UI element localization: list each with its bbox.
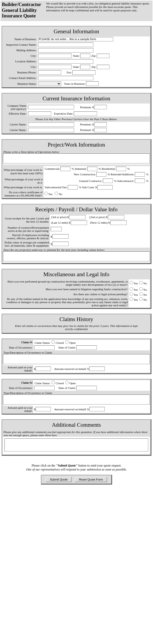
claim1-date-claim-input[interactable] [76, 345, 97, 350]
company-name-input[interactable] [28, 105, 74, 109]
operations-desc-textarea[interactable] [3, 153, 150, 163]
cert-no-radio[interactable] [55, 192, 58, 195]
q1-yes-radio[interactable] [130, 281, 133, 284]
q3-yes-radio[interactable] [130, 292, 133, 296]
label-city: City: [3, 53, 37, 59]
location-state-input[interactable] [80, 65, 90, 69]
q4-no-radio[interactable] [139, 297, 143, 301]
section-subtitle: Enter all claims or occurrences that may… [3, 324, 150, 332]
section-title: Additional Comments [3, 421, 150, 430]
gross-n12-input[interactable] [110, 220, 127, 225]
location-zip-input[interactable] [97, 65, 109, 69]
gross-l12-input[interactable] [71, 220, 87, 225]
label-claim2-type: Type/Description of Occurrence or Claim: [3, 391, 150, 394]
claim1-reserved-input[interactable] [89, 366, 105, 371]
industrial-pct-input[interactable] [87, 167, 97, 171]
claim1-closed-radio[interactable] [51, 340, 55, 344]
premium-input[interactable] [94, 105, 107, 109]
reset-button[interactable]: Reset Quote Form [75, 477, 107, 482]
cert-yes-radio[interactable] [44, 192, 48, 195]
label-location: Location Address: [3, 59, 37, 64]
section-title: Current Insurance Information [3, 94, 150, 104]
expiration-date-input[interactable] [74, 111, 97, 116]
section-receipts: Receipts / Payroll / Dollar Value Info G… [2, 204, 151, 264]
gross-y2-input[interactable] [108, 215, 124, 219]
location-address-input[interactable] [38, 59, 93, 64]
owners-input[interactable] [51, 227, 62, 231]
label-claim1-type: Type/Description of Occurrence or Claim: [3, 350, 150, 354]
claim1-open-radio[interactable] [65, 340, 69, 344]
claim1-title: Claim #1 [3, 340, 33, 345]
subcosts-input[interactable] [97, 185, 113, 190]
effective-date-input[interactable] [28, 111, 51, 116]
carrier1-premium-input[interactable] [94, 122, 107, 127]
section-title: Claims History [3, 315, 150, 324]
submit-button[interactable]: Submit Quote [46, 477, 72, 482]
previous-carriers-header: Please List Any Other Previous Carriers … [3, 116, 150, 122]
q4-yes-radio[interactable] [130, 297, 133, 301]
label-contact: Inspection Contact Name: [3, 42, 37, 48]
gross-y3-input[interactable] [69, 215, 85, 219]
intro-text: We would like to provide you with a free… [45, 2, 151, 19]
mailing-state-input[interactable] [80, 54, 90, 58]
projects-desc-textarea[interactable] [3, 251, 150, 261]
label-email: Contact Email Address: [3, 75, 37, 81]
section-additional: Additional Comments Please give any addi… [2, 419, 151, 456]
carrier2-name-input[interactable] [28, 128, 74, 132]
commercial-pct-input[interactable] [60, 167, 70, 171]
mailing-zip-input[interactable] [97, 54, 109, 58]
footer-message: Please click on the "Submit Quote" butto… [5, 464, 148, 472]
additional-comments-textarea[interactable] [4, 438, 148, 452]
newconst-pct-input[interactable] [96, 172, 106, 177]
claim2-title: Claim #2 [3, 380, 33, 385]
q3-no-radio[interactable] [139, 292, 143, 296]
fax-input[interactable] [72, 70, 95, 75]
claim2-closed-radio[interactable] [51, 381, 55, 384]
section-misc-legal: Miscellaneous and Legal Info Have you ev… [2, 269, 151, 309]
claim1-paid-input[interactable] [36, 366, 51, 371]
claim2-date-occ-input[interactable] [34, 386, 55, 390]
carrier1-name-input[interactable] [28, 122, 74, 127]
carrier2-premium-input[interactable] [94, 128, 107, 132]
business-name-input[interactable] [38, 37, 113, 41]
label-desc-projects: Describe any project(s) underway or plan… [3, 248, 150, 251]
claim2-date-claim-input[interactable] [76, 386, 97, 390]
label-status: Business Status: [3, 81, 37, 87]
mailing-city-input[interactable] [38, 54, 72, 58]
label-phone: Business Phone: [3, 70, 37, 75]
section-title: General Information [3, 27, 150, 36]
claim2-paid-input[interactable] [36, 407, 51, 411]
mailing-address-input[interactable] [38, 48, 93, 53]
section-title: Receipts / Payroll / Dollar Value Info [3, 205, 150, 214]
claim2-reserved-input[interactable] [89, 407, 105, 411]
section-claim-2: Claim #2 Claim Status: Closed Open Date … [2, 379, 151, 415]
claim2-desc-textarea[interactable] [3, 394, 150, 405]
years-input[interactable] [86, 81, 99, 86]
claim1-desc-textarea[interactable] [3, 354, 150, 364]
label-mailing: Mailing Address: [3, 48, 37, 53]
claim1-date-occ-input[interactable] [34, 345, 55, 350]
status-select[interactable] [38, 81, 61, 86]
q1-no-radio[interactable] [139, 281, 143, 284]
q2-yes-radio[interactable] [130, 287, 133, 291]
q2-no-radio[interactable] [139, 287, 143, 291]
location-city-input[interactable] [38, 65, 72, 69]
section-claim-1: Claim #1 Claim Status: Closed Open Date … [2, 339, 151, 374]
claim2-open-radio[interactable] [65, 381, 69, 384]
section-claims-header: Claims History Enter all claims or occur… [2, 314, 151, 334]
contact-name-input[interactable] [38, 43, 93, 47]
gencon-pct-input[interactable] [103, 178, 113, 183]
page-header: Builder/Contractor General Liability Ins… [1, 1, 152, 21]
avgjob-input[interactable] [52, 242, 69, 246]
residential-pct-input[interactable] [116, 167, 126, 171]
payroll-input[interactable] [52, 234, 69, 239]
subcon-pct-input[interactable] [135, 178, 145, 183]
section-title: Project/Work Information [3, 140, 150, 150]
page-title: Builder/Contractor General Liability Ins… [2, 2, 45, 19]
email-input[interactable] [38, 76, 93, 80]
label-city2: City: [3, 64, 37, 70]
subout-pct-input[interactable] [68, 185, 78, 190]
section-project-work: Project/Work Information Please write a … [2, 139, 151, 199]
phone-input[interactable] [38, 70, 61, 75]
remodel-pct-input[interactable] [135, 172, 145, 177]
